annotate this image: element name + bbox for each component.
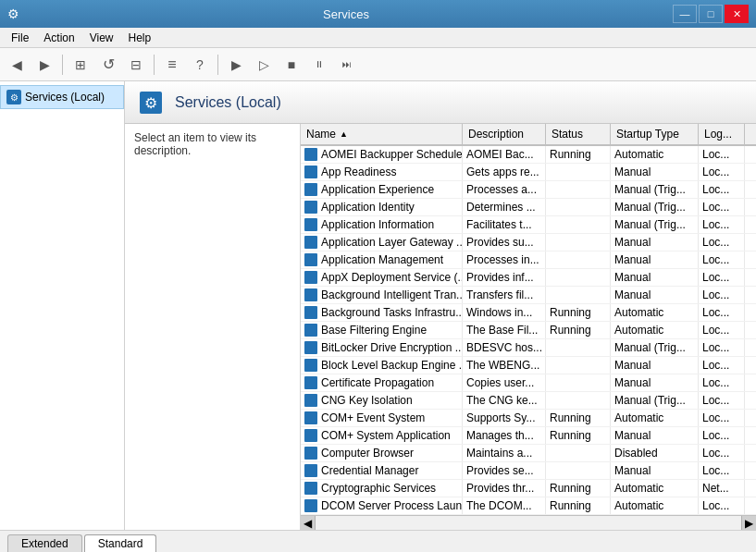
table-row[interactable]: COM+ System Application Manages th... Ru… bbox=[301, 427, 756, 445]
forward-button[interactable]: ▶ bbox=[31, 52, 57, 78]
cell-status bbox=[546, 357, 611, 374]
col-startup-label: Startup Type bbox=[616, 128, 679, 141]
cell-logon: Loc... bbox=[699, 392, 745, 409]
table-row[interactable]: Cryptographic Services Provides thr... R… bbox=[301, 480, 756, 497]
pause-service-button[interactable]: ⏸ bbox=[306, 52, 332, 78]
cell-name: AppX Deployment Service (... bbox=[301, 269, 463, 286]
back-button[interactable]: ◀ bbox=[4, 52, 30, 78]
hscroll-right-button[interactable]: ▶ bbox=[741, 516, 756, 531]
cell-logon: Loc... bbox=[699, 357, 745, 374]
table-row[interactable]: COM+ Event System Supports Sy... Running… bbox=[301, 410, 756, 427]
table-row[interactable]: AppX Deployment Service (... Provides in… bbox=[301, 269, 756, 287]
col-header-description[interactable]: Description bbox=[463, 124, 546, 144]
sort-arrow-name: ▲ bbox=[340, 129, 348, 139]
content-header: ⚙ Services (Local) bbox=[125, 81, 756, 124]
cell-desc: Provides se... bbox=[463, 462, 546, 479]
table-row[interactable]: Block Level Backup Engine ... The WBENG.… bbox=[301, 357, 756, 374]
col-header-name[interactable]: Name ▲ bbox=[301, 124, 463, 144]
help-button[interactable]: ? bbox=[187, 52, 213, 78]
table-row[interactable]: CNG Key Isolation The CNG ke... Manual (… bbox=[301, 392, 756, 410]
cell-name: COM+ Event System bbox=[301, 410, 463, 426]
cell-startup: Manual (Trig... bbox=[611, 339, 699, 356]
cell-logon: Loc... bbox=[699, 199, 745, 215]
cell-name: Application Experience bbox=[301, 181, 463, 198]
table-row[interactable]: Application Layer Gateway ... Provides s… bbox=[301, 234, 756, 251]
table-header: Name ▲ Description Status Startup Type L… bbox=[301, 124, 756, 146]
table-row[interactable]: Application Identity Determines ... Manu… bbox=[301, 199, 756, 216]
table-row[interactable]: Application Management Processes in... M… bbox=[301, 251, 756, 269]
cell-logon: Net... bbox=[699, 480, 745, 497]
table-row[interactable]: Certificate Propagation Copies user... M… bbox=[301, 374, 756, 392]
cell-logon: Loc... bbox=[699, 234, 745, 251]
cell-logon: Loc... bbox=[699, 497, 745, 514]
col-logon-label: Log... bbox=[704, 128, 732, 141]
col-status-label: Status bbox=[552, 128, 583, 141]
table-row[interactable]: BitLocker Drive Encryption ... BDESVC ho… bbox=[301, 339, 756, 357]
export-button[interactable]: ⊟ bbox=[123, 52, 149, 78]
hscroll-left-button[interactable]: ◀ bbox=[301, 516, 316, 531]
table-row[interactable]: Credential Manager Provides se... Manual… bbox=[301, 462, 756, 480]
restart-service-button[interactable]: ⏭ bbox=[334, 52, 360, 78]
cell-desc: Transfers fil... bbox=[463, 287, 546, 303]
cell-desc: Processes a... bbox=[463, 181, 546, 198]
cell-logon: Loc... bbox=[699, 181, 745, 198]
cell-desc: The WBENG... bbox=[463, 357, 546, 374]
description-panel: Select an item to view its description. bbox=[125, 124, 301, 530]
table-row[interactable]: App Readiness Gets apps re... Manual Loc… bbox=[301, 164, 756, 181]
cell-startup: Manual (Trig... bbox=[611, 216, 699, 233]
menu-help[interactable]: Help bbox=[121, 30, 159, 46]
stop-service-button[interactable]: ■ bbox=[279, 52, 304, 78]
cell-desc: Determines ... bbox=[463, 199, 546, 215]
table-body: AOMEI Backupper Schedule... AOMEI Bac...… bbox=[301, 146, 756, 515]
cell-status bbox=[546, 392, 611, 409]
cell-logon: Loc... bbox=[699, 269, 745, 286]
col-header-status[interactable]: Status bbox=[546, 124, 611, 144]
cell-startup: Automatic bbox=[611, 497, 699, 514]
cell-desc: The CNG ke... bbox=[463, 392, 546, 409]
table-row[interactable]: AOMEI Backupper Schedule... AOMEI Bac...… bbox=[301, 146, 756, 164]
col-header-startup[interactable]: Startup Type bbox=[611, 124, 699, 144]
start-service-button[interactable]: ▶ bbox=[223, 52, 249, 78]
col-header-logon[interactable]: Log... bbox=[699, 124, 745, 144]
close-button[interactable]: ✕ bbox=[725, 5, 749, 23]
panel: Select an item to view its description. … bbox=[125, 124, 756, 530]
table-row[interactable]: DCOM Server Process Laun... The DCOM... … bbox=[301, 497, 756, 515]
start-service-2-button[interactable]: ▷ bbox=[251, 52, 277, 78]
maximize-button[interactable]: □ bbox=[699, 5, 723, 23]
menu-action[interactable]: Action bbox=[36, 30, 81, 46]
table-row[interactable]: Background Tasks Infrastru... Windows in… bbox=[301, 304, 756, 322]
horizontal-scrollbar[interactable]: ◀ ▶ bbox=[301, 515, 756, 530]
cell-logon: Loc... bbox=[699, 322, 745, 338]
cell-status: Running bbox=[546, 304, 611, 321]
service-icon bbox=[304, 429, 317, 442]
cell-name: Background Intelligent Tran... bbox=[301, 287, 463, 303]
cell-name: App Readiness bbox=[301, 164, 463, 180]
table-row[interactable]: Background Intelligent Tran... Transfers… bbox=[301, 287, 756, 304]
menu-view[interactable]: View bbox=[82, 30, 121, 46]
cell-logon: Loc... bbox=[699, 410, 745, 426]
table-scroll[interactable]: AOMEI Backupper Schedule... AOMEI Bac...… bbox=[301, 146, 756, 515]
cell-name: Credential Manager bbox=[301, 462, 463, 479]
table-row[interactable]: Computer Browser Maintains a... Disabled… bbox=[301, 445, 756, 462]
cell-startup: Manual bbox=[611, 251, 699, 268]
refresh-button[interactable]: ↺ bbox=[95, 52, 121, 78]
table-row[interactable]: Application Information Facilitates t...… bbox=[301, 216, 756, 234]
hscroll-track[interactable] bbox=[316, 516, 741, 531]
tab-extended[interactable]: Extended bbox=[7, 534, 82, 552]
cell-status bbox=[546, 462, 611, 479]
cell-name: DCOM Server Process Laun... bbox=[301, 497, 463, 514]
show-console-tree-button[interactable]: ⊞ bbox=[68, 52, 93, 78]
cell-desc: Provides thr... bbox=[463, 480, 546, 497]
cell-startup: Manual bbox=[611, 287, 699, 303]
properties-button[interactable]: ≡ bbox=[159, 52, 185, 78]
table-row[interactable]: Base Filtering Engine The Base Fil... Ru… bbox=[301, 322, 756, 339]
cell-startup: Manual bbox=[611, 462, 699, 479]
minimize-button[interactable]: — bbox=[673, 5, 697, 23]
sidebar-item-services-local[interactable]: ⚙ Services (Local) bbox=[0, 85, 124, 109]
table-row[interactable]: Application Experience Processes a... Ma… bbox=[301, 181, 756, 199]
menu-file[interactable]: File bbox=[4, 30, 36, 46]
tab-standard[interactable]: Standard bbox=[84, 534, 157, 552]
cell-name: AOMEI Backupper Schedule... bbox=[301, 146, 463, 163]
cell-logon: Loc... bbox=[699, 462, 745, 479]
cell-desc: Provides inf... bbox=[463, 269, 546, 286]
